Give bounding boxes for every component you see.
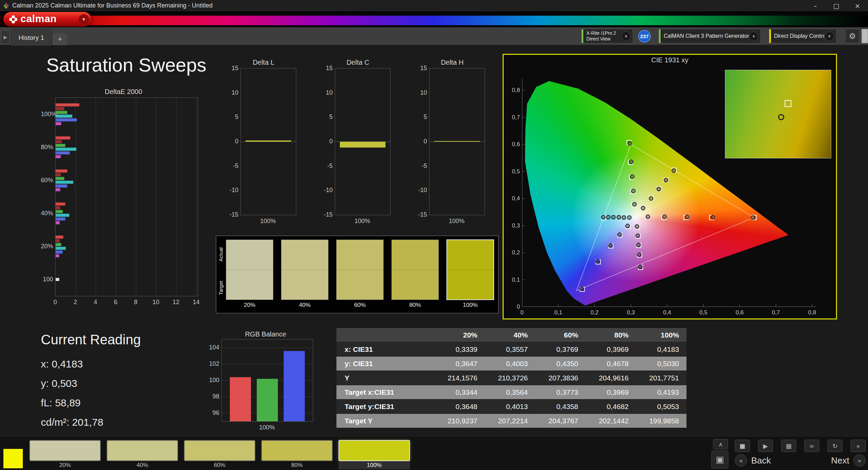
table-cell: 204,3767	[535, 414, 586, 428]
delta-l-ytick: -5	[225, 162, 238, 170]
table-cell: 210,9237	[435, 414, 485, 428]
rgb-ytick: 100	[206, 376, 219, 384]
close-button[interactable]: ×	[847, 0, 868, 11]
pattern-level-swatches: 20%40%60%80%100%	[29, 440, 410, 469]
cie-xtick: 0,3	[624, 309, 638, 316]
tab-history-1[interactable]: History 1	[11, 29, 52, 46]
pattern-level-button[interactable]: 100%	[338, 440, 410, 469]
expand-right-button[interactable]: »	[851, 440, 866, 452]
meter-mode: Direct View	[586, 36, 616, 42]
strip-swatch-column: 60%	[336, 239, 384, 310]
delta-h-ytick: -15	[413, 211, 427, 218]
reading-x: x: 0,4183	[41, 354, 187, 374]
table-row-label: Y	[336, 371, 435, 385]
cie-ytick: 0,2	[506, 249, 520, 256]
strip-swatch-label: 80%	[391, 300, 439, 310]
refresh-button[interactable]: ↻	[827, 440, 842, 452]
table-column-header: 20%	[435, 328, 485, 342]
delta-h-ytick: 0	[413, 138, 427, 145]
play-button[interactable]: ▶	[758, 440, 773, 452]
next-chevron-button[interactable]: »	[853, 454, 866, 467]
table-cell: 199,9858	[636, 414, 686, 428]
cie-zoom-inset	[725, 70, 831, 158]
delta-c-chart: Delta C 151050-5-10-15100%	[318, 58, 397, 233]
pattern-level-button[interactable]: 80%	[261, 440, 333, 469]
deltae-chart-title: DeltaE 2000	[41, 88, 206, 96]
maximize-button[interactable]: □	[826, 0, 847, 11]
brand-band: calman ▾	[0, 11, 868, 27]
calman-app-window: Calman 2025 Calman Ultimate for Business…	[0, 0, 868, 470]
table-cell: 0,3557	[485, 342, 535, 356]
cie-ytick: 0,6	[506, 141, 520, 148]
stop-button[interactable]: ■	[735, 440, 750, 452]
link-button[interactable]: ∞	[804, 440, 819, 452]
meter-status-badge[interactable]: 237	[638, 30, 651, 43]
delta-l-ytick: 0	[225, 138, 238, 145]
back-chevron-button[interactable]: «	[735, 454, 747, 467]
deltae-ytick: 100	[41, 276, 53, 283]
table-cell: 0,4682	[586, 400, 636, 413]
strip-swatch-label: 100%	[446, 300, 494, 310]
save-button[interactable]: ▦	[781, 440, 796, 452]
cie-ytick: 0,8	[506, 87, 520, 94]
navigation-controls: « Back Next »	[735, 453, 866, 468]
deltae-xtick: 2	[70, 298, 80, 306]
table-cell: 207,3836	[535, 371, 586, 385]
chevron-down-icon[interactable]: ▾	[749, 31, 759, 41]
strip-swatch	[336, 239, 384, 300]
table-cell: 0,3969	[586, 342, 636, 356]
current-reading: Current Reading x: 0,4183 y: 0,503 fL: 5…	[41, 332, 187, 432]
table-row-label: Target Y	[336, 414, 435, 428]
pattern-generator-selector[interactable]: CalMAN Client 3 Pattern Generator ▾	[659, 29, 761, 43]
pattern-level-button[interactable]: 20%	[29, 440, 101, 469]
pattern-level-label: 100%	[338, 461, 410, 469]
strip-swatch	[446, 239, 494, 300]
table-cell: 210,3726	[485, 371, 535, 385]
deltae-xtick: 0	[50, 298, 60, 306]
delta-c-ytick: 5	[319, 113, 333, 121]
delta-h-ytick: -5	[413, 162, 427, 170]
meter-selector[interactable]: X-Rite i1Pro 2 Direct View ▾	[581, 29, 633, 43]
tab-scroll-button[interactable]: ▶	[1, 30, 10, 44]
chevron-down-icon[interactable]: ▾	[79, 14, 89, 25]
back-button[interactable]: Back	[751, 455, 771, 466]
collapse-button[interactable]: ∧	[713, 439, 728, 449]
rgb-ytick: 104	[206, 344, 219, 351]
display-control-selector[interactable]: Direct Display Control ▾	[769, 29, 836, 43]
table-cell: 0,4013	[485, 400, 535, 413]
pattern-level-swatch	[29, 440, 101, 461]
pattern-level-swatch	[338, 440, 410, 461]
results-table: 20%40%60%80%100%x: CIE310,33390,35570,37…	[336, 328, 686, 428]
calman-flower-icon	[9, 15, 18, 24]
calman-menu-button[interactable]: calman ▾	[3, 12, 91, 27]
side-panel-button[interactable]	[862, 29, 868, 43]
chevron-down-icon[interactable]: ▾	[824, 31, 834, 41]
chevron-down-icon[interactable]: ▾	[621, 31, 631, 41]
table-cell: 204,9616	[586, 371, 636, 385]
calman-logo-text: calman	[20, 13, 57, 25]
display-accent	[769, 29, 771, 43]
chevron-left-icon: «	[739, 457, 743, 464]
pattern-level-button[interactable]: 40%	[107, 440, 178, 469]
delta-l-ytick: 15	[225, 64, 238, 72]
next-button[interactable]: Next	[831, 455, 849, 466]
reading-y: y: 0,503	[41, 374, 187, 393]
reading-fl: fL: 58,89	[41, 393, 187, 412]
cie-panel: CIE 1931 xy 000,10,10,20,20,30,30,40,40,…	[503, 54, 837, 319]
deltae-xtick: 10	[151, 298, 161, 306]
link-icon: ∞	[809, 442, 815, 450]
layout-button[interactable]: ▣	[711, 451, 728, 468]
delta-l-ytick: -10	[225, 186, 238, 194]
minimize-button[interactable]: –	[805, 0, 826, 11]
pattern-level-button[interactable]: 60%	[184, 440, 255, 469]
table-row-label: Target x:CIE31	[336, 385, 435, 399]
cie-ytick: 0	[506, 303, 520, 311]
add-tab-button[interactable]: +	[53, 33, 67, 45]
strip-swatch-column: 40%	[281, 239, 329, 310]
delta-l-xtick: 100%	[240, 217, 296, 225]
reading-cdm2: cd/m²: 201,78	[41, 412, 187, 432]
delta-c-ytick: -15	[319, 211, 333, 218]
settings-button[interactable]: ⚙	[845, 29, 859, 43]
delta-c-plot	[335, 68, 391, 215]
deltae-xtick: 4	[90, 298, 100, 306]
